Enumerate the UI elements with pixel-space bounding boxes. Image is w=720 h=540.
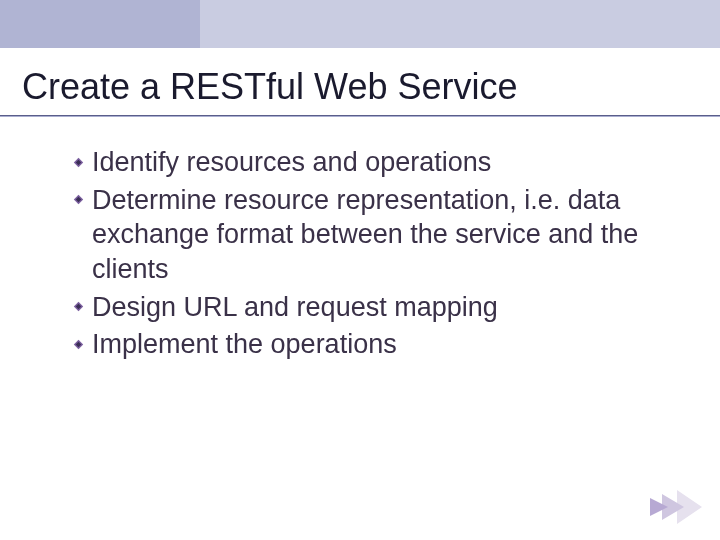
slide-body: Create a RESTful Web Service Identify re… xyxy=(0,48,720,383)
list-item: Implement the operations xyxy=(72,327,698,362)
diamond-bullet-icon xyxy=(72,156,85,169)
list-item: Determine resource representation, i.e. … xyxy=(72,183,698,287)
slide-title-text: Create a RESTful Web Service xyxy=(22,66,518,107)
diamond-bullet-icon xyxy=(72,300,85,313)
list-item-text: Identify resources and operations xyxy=(92,147,491,177)
slide-header-bar xyxy=(0,0,720,48)
list-item-text: Determine resource representation, i.e. … xyxy=(92,185,638,284)
list-item-text: Implement the operations xyxy=(92,329,397,359)
list-item: Identify resources and operations xyxy=(72,145,698,180)
bullet-list: Identify resources and operations Determ… xyxy=(22,145,698,361)
slide-title: Create a RESTful Web Service xyxy=(22,66,698,117)
title-underline xyxy=(0,115,720,117)
corner-decoration-icon xyxy=(646,486,702,528)
diamond-bullet-icon xyxy=(72,193,85,206)
diamond-bullet-icon xyxy=(72,338,85,351)
list-item: Design URL and request mapping xyxy=(72,290,698,325)
list-item-text: Design URL and request mapping xyxy=(92,292,498,322)
